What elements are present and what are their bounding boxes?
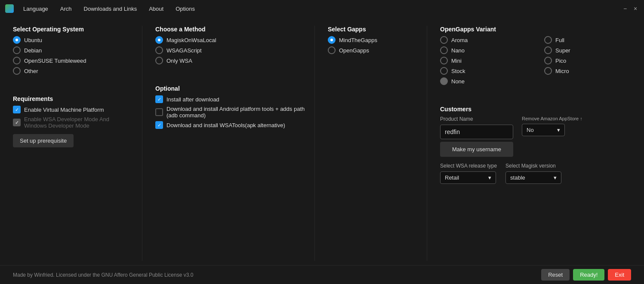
os-option-debian[interactable]: Debian xyxy=(13,46,133,54)
customers-row-bottom: Select WSA release type Retail ▾ Select … xyxy=(440,163,631,184)
method-section: Choose a Method MagiskOnWsaLocal WSAGASc… xyxy=(155,26,306,64)
checkbox-wsa-dev-box xyxy=(13,119,21,126)
os-label-debian: Debian xyxy=(24,47,42,54)
gapps-label-super: Super xyxy=(555,47,570,54)
gapps-label-micro: Micro xyxy=(555,68,569,74)
magisk-value: stable xyxy=(510,174,525,181)
checkbox-adb-tools-box xyxy=(155,108,163,116)
method-label-onlywsa: Only WSA xyxy=(166,58,192,64)
menu-downloads[interactable]: Downloads and Links xyxy=(79,4,142,14)
os-section-title: Select Operating System xyxy=(13,26,133,33)
product-name-col: Product Name Make my username xyxy=(440,116,513,157)
window-controls: − × xyxy=(622,5,639,12)
radio-aroma xyxy=(440,36,448,44)
method-option-magisk[interactable]: MagiskOnWsaLocal xyxy=(155,36,306,44)
product-name-input[interactable] xyxy=(440,125,513,139)
gapps-pico[interactable]: Pico xyxy=(544,57,631,64)
menu-arch[interactable]: Arch xyxy=(55,4,77,14)
gapps-label-mini: Mini xyxy=(451,58,462,64)
gapps-super[interactable]: Super xyxy=(544,46,631,54)
chevron-down-icon: ▾ xyxy=(557,127,560,133)
checkbox-adb-tools-label: Download and install Android platform to… xyxy=(166,106,306,119)
os-label-other: Other xyxy=(24,68,38,74)
os-option-other[interactable]: Other xyxy=(13,67,133,75)
reset-button[interactable]: Reset xyxy=(541,269,570,281)
radio-other xyxy=(13,67,21,75)
wsa-release-label: Select WSA release type xyxy=(440,163,497,169)
checkbox-wsa-dev[interactable]: Enable WSA Developer Mode And Windows De… xyxy=(13,116,133,129)
checkbox-adb-tools[interactable]: Download and install Android platform to… xyxy=(155,106,306,119)
magisk-dropdown[interactable]: stable ▾ xyxy=(505,171,561,184)
gapps-label-opengapps: OpenGapps xyxy=(339,47,369,54)
optional-title: Optional xyxy=(155,85,306,92)
method-option-onlywsa[interactable]: Only WSA xyxy=(155,57,306,64)
radio-magisk xyxy=(155,36,163,44)
radio-opengapps xyxy=(328,46,336,54)
titlebar: Language Arch Downloads and Links About … xyxy=(0,0,644,17)
opengapps-grid: Aroma Full Nano Super Mini xyxy=(440,36,631,85)
requirements-title: Requirements xyxy=(13,95,133,102)
wsa-release-value: Retail xyxy=(445,174,459,181)
radio-none xyxy=(440,77,448,85)
gapps-nano[interactable]: Nano xyxy=(440,46,527,54)
menu-language[interactable]: Language xyxy=(18,4,53,14)
gapps-label-mindthegapps: MindTheGapps xyxy=(339,37,377,43)
gapps-option-mindthegapps[interactable]: MindTheGapps xyxy=(328,36,418,44)
chevron-down-icon-magisk: ▾ xyxy=(554,174,557,181)
gapps-mini[interactable]: Mini xyxy=(440,57,527,64)
remove-appstore-dropdown[interactable]: No ▾ xyxy=(522,124,565,136)
menu-about[interactable]: About xyxy=(144,4,169,14)
radio-pico xyxy=(544,57,552,64)
customers-title: Customers xyxy=(440,106,631,113)
footer-text: Made by Winfried. Licensed under the GNU… xyxy=(13,272,193,278)
wsa-release-dropdown[interactable]: Retail ▾ xyxy=(440,171,496,184)
os-option-ubuntu[interactable]: Ubuntu xyxy=(13,36,133,44)
magisk-label: Select Magisk version xyxy=(505,163,561,169)
gapps-label-nano: Nano xyxy=(451,47,465,54)
radio-ubuntu xyxy=(13,36,21,44)
method-radio-group: MagiskOnWsaLocal WSAGAScript Only WSA xyxy=(155,36,306,64)
customers-row-top: Product Name Make my username Remove Ama… xyxy=(440,116,631,157)
gapps-stock[interactable]: Stock xyxy=(440,67,527,75)
gapps-none[interactable]: None xyxy=(440,77,527,85)
opengapps-section: OpenGapps Variant Aroma Full Nano xyxy=(440,26,631,85)
checkbox-wsatools-box xyxy=(155,121,163,129)
gapps-full[interactable]: Full xyxy=(544,36,631,44)
ready-button[interactable]: Ready! xyxy=(573,269,604,281)
os-option-opensuse[interactable]: OpenSUSE Tumbleweed xyxy=(13,57,133,64)
menu-options[interactable]: Options xyxy=(170,4,200,14)
radio-stock xyxy=(440,67,448,75)
checkbox-vmp[interactable]: Enable Virtual Machine Platform xyxy=(13,106,133,113)
radio-opensuse xyxy=(13,57,21,64)
method-label-wsaga: WSAGAScript xyxy=(166,47,202,54)
chevron-down-icon-wsa: ▾ xyxy=(488,174,491,181)
checkbox-vmp-box xyxy=(13,106,21,113)
col-os-requirements: Select Operating System Ubuntu Debian Op… xyxy=(13,26,133,261)
main-content: Select Operating System Ubuntu Debian Op… xyxy=(0,17,644,265)
opengapps-title: OpenGapps Variant xyxy=(440,26,631,33)
minimize-button[interactable]: − xyxy=(622,5,629,12)
exit-button[interactable]: Exit xyxy=(608,269,631,281)
os-label-ubuntu: Ubuntu xyxy=(24,37,42,43)
gapps-micro[interactable]: Micro xyxy=(544,67,631,75)
make-username-button[interactable]: Make my username xyxy=(440,142,513,157)
checkbox-install-after-label: Install after download xyxy=(166,96,219,103)
method-option-wsaga[interactable]: WSAGAScript xyxy=(155,46,306,54)
checkbox-wsatools[interactable]: Download and install WSATools(apk altern… xyxy=(155,121,306,129)
remove-appstore-col: Remove Amazon AppStore ↑ No ▾ xyxy=(522,116,582,136)
requirements-section: Requirements Enable Virtual Machine Plat… xyxy=(13,95,133,147)
radio-debian xyxy=(13,46,21,54)
gapps-option-opengapps[interactable]: OpenGapps xyxy=(328,46,418,54)
setup-prerequisite-button[interactable]: Set up prerequisite xyxy=(13,134,74,147)
radio-full xyxy=(544,36,552,44)
close-button[interactable]: × xyxy=(632,5,639,12)
gapps-label-pico: Pico xyxy=(555,58,566,64)
radio-onlywsa xyxy=(155,57,163,64)
magisk-col: Select Magisk version stable ▾ xyxy=(505,163,561,184)
footer: Made by Winfried. Licensed under the GNU… xyxy=(0,265,644,284)
checkbox-install-after[interactable]: Install after download xyxy=(155,95,306,103)
method-title: Choose a Method xyxy=(155,26,306,33)
customers-section: Customers Product Name Make my username … xyxy=(440,106,631,184)
product-name-label: Product Name xyxy=(440,116,513,122)
gapps-aroma[interactable]: Aroma xyxy=(440,36,527,44)
